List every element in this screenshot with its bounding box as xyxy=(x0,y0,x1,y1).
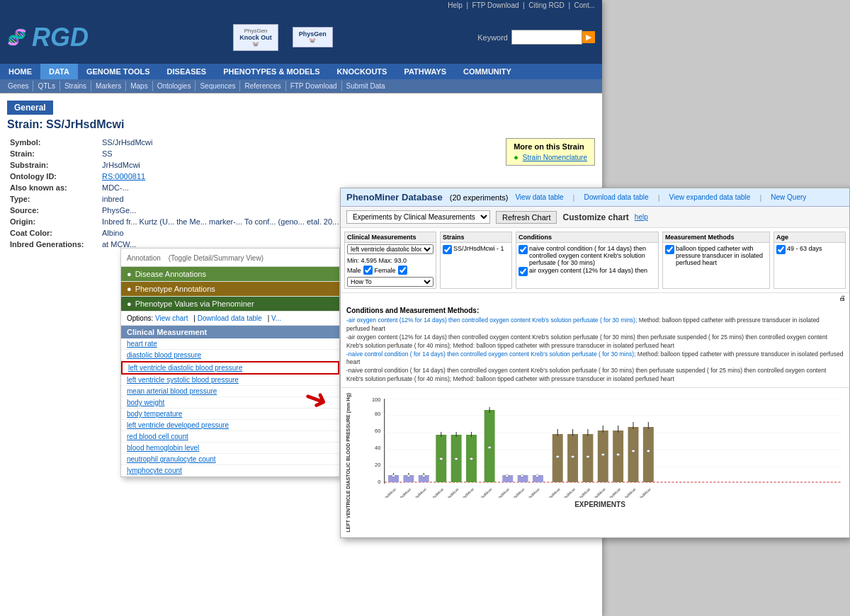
data-table-area: Clinical Measurements left ventricle dia… xyxy=(341,228,849,293)
condition-item-1: naive control condition ( for 14 days) t… xyxy=(518,245,656,266)
disease-annotations-option[interactable]: ● Disease Annotations xyxy=(121,267,339,282)
conditions-header: Conditions xyxy=(516,232,658,243)
general-badge: General xyxy=(7,101,53,115)
chart-svg-container: 0 20 40 60 80 100 xyxy=(354,392,846,534)
conditions-content: naive control condition ( for 14 days) t… xyxy=(516,243,658,278)
measurement-hemoglobin[interactable]: blood hemoglobin level xyxy=(121,443,339,454)
phenominer-header: PhenoMiner Database (20 experiments) Vie… xyxy=(341,188,849,207)
clinical-measurements-col: Clinical Measurements left ventricle dia… xyxy=(344,232,436,289)
view-data-table-link[interactable]: View data table xyxy=(515,193,563,201)
dna-icon: 🧬 xyxy=(7,28,26,47)
svg-text:60: 60 xyxy=(375,428,380,434)
strain-nomenclature-link[interactable]: Strain Nomenclature xyxy=(523,154,587,161)
download-data-table-link[interactable]: Download data table xyxy=(584,193,648,201)
nav-home[interactable]: HOME xyxy=(0,64,40,79)
chart-x-title: EXPERIMENTS xyxy=(354,501,846,508)
download-data-link[interactable]: Download data table xyxy=(198,314,262,322)
view-chart-link[interactable]: View chart xyxy=(155,314,188,322)
nav-pathways[interactable]: PATHWAYS xyxy=(395,64,455,79)
physgen-logo: PhysGen 🐭 xyxy=(293,27,333,47)
refresh-chart-button[interactable]: Refresh Chart xyxy=(496,211,557,224)
chart-wrapper: LEFT VENTRICLE DIASTOLIC BLOOD PRESSURE … xyxy=(344,392,846,534)
measurement-lv-systolic[interactable]: left ventricle systolic blood pressure xyxy=(121,375,339,386)
condition-text-1: naive control condition ( for 14 days) t… xyxy=(529,245,656,266)
nav-community[interactable]: COMMUNITY xyxy=(455,64,520,79)
male-checkbox[interactable] xyxy=(363,266,373,275)
pipe-3: | xyxy=(759,193,761,202)
plus-icon-2: ● xyxy=(127,285,132,293)
subnav-genes[interactable]: Genes xyxy=(4,81,33,91)
nav-phenotypes[interactable]: PHENOTYPES & MODELS xyxy=(215,64,328,79)
search-button[interactable]: ▶ xyxy=(582,31,595,43)
svg-text:SS/JrHsdMcwi: SS/JrHsdMcwi xyxy=(472,487,493,498)
clinical-measurement-header: Clinical Measurement xyxy=(121,326,339,338)
clinical-measurement-select[interactable]: left ventricle diastolic blood pressure xyxy=(347,244,434,254)
measurement-diastolic[interactable]: diastolic blood pressure xyxy=(121,350,339,361)
chart-svg: 0 20 40 60 80 100 xyxy=(354,392,846,498)
subnav-maps[interactable]: Maps xyxy=(126,81,152,91)
subnav-submit[interactable]: Submit Data xyxy=(342,81,390,91)
subnav-strains[interactable]: Strains xyxy=(60,81,91,91)
how-to-select[interactable]: How To xyxy=(347,277,434,287)
annotation-toggle[interactable]: (Toggle Detail/Summary View) xyxy=(169,254,264,262)
sub-nav: Genes QTLs Strains Markers Maps Ontologi… xyxy=(0,79,602,93)
printer-icon[interactable]: 🖨 xyxy=(839,295,846,302)
options-row: Options: View chart | Download data tabl… xyxy=(121,312,339,326)
clinical-measurements-content: left ventricle diastolic blood pressure … xyxy=(345,243,436,288)
svg-text:40: 40 xyxy=(375,445,380,451)
view-expanded-link[interactable]: View expanded data table xyxy=(669,193,750,201)
measurement-heart-rate[interactable]: heart rate xyxy=(121,338,339,350)
keyword-input[interactable] xyxy=(511,30,582,45)
strain-value: SS/JrHsdMcwi - 1 xyxy=(453,245,504,252)
nav-data[interactable]: DATA xyxy=(40,64,78,79)
help-link[interactable]: help xyxy=(635,213,648,221)
field-ontology-label: Ontology ID: xyxy=(7,171,99,182)
measurement-lymphocyte[interactable]: lymphocyte count xyxy=(121,465,339,477)
subnav-ontologies[interactable]: Ontologies xyxy=(153,81,196,91)
field-strain-label: Strain: xyxy=(7,148,99,159)
nav-genome-tools[interactable]: GENOME TOOLS xyxy=(78,64,159,79)
subnav-sequences[interactable]: Sequences xyxy=(196,81,240,91)
min-max-row: Min: 4.595 Max: 93.0 xyxy=(347,257,434,264)
subnav-ftp[interactable]: FTP Download xyxy=(286,81,342,91)
svg-text:SS/JrHsdMcwi: SS/JrHsdMcwi xyxy=(489,487,510,498)
field-coat-label: Coat Color: xyxy=(7,227,99,239)
condition-item-2: air oxygen content (12% for 14 days) the… xyxy=(518,267,656,276)
method-checkbox-1[interactable] xyxy=(665,245,674,254)
physgen-knockout-logo: PhysGen Knock Out 🐭 xyxy=(233,24,278,51)
experiments-dropdown[interactable]: Experiments by Clinical Measurements xyxy=(346,210,490,224)
method-text-1: balloon tipped catheter with pressure tr… xyxy=(676,245,767,266)
view-more-link[interactable]: V... xyxy=(271,314,281,322)
age-checkbox-1[interactable] xyxy=(776,245,786,254)
subnav-references[interactable]: References xyxy=(240,81,285,91)
options-label: Options: xyxy=(127,314,155,322)
measurement-lv-developed[interactable]: left ventricle developed pressure xyxy=(121,420,339,431)
nav-diseases[interactable]: DISEASES xyxy=(159,64,215,79)
printer-row: 🖨 xyxy=(341,293,849,303)
phenominer-title: PhenoMiner Database xyxy=(346,192,443,203)
annotation-panel: Annotation (Toggle Detail/Summary View) … xyxy=(120,248,340,477)
svg-text:80: 80 xyxy=(375,411,380,417)
age-content: 49 - 63 days xyxy=(774,243,845,256)
phenotype-annotations-option[interactable]: ● Phenotype Annotations xyxy=(121,282,339,297)
nav-knockouts[interactable]: KNOCKOUTS xyxy=(329,64,396,79)
condition-checkbox-2[interactable] xyxy=(518,267,528,276)
subnav-qtls[interactable]: QTLs xyxy=(33,81,60,91)
subnav-markers[interactable]: Markers xyxy=(91,81,126,91)
keyword-area: Keyword ▶ xyxy=(477,30,595,45)
svg-text:SS/JrHsdMcwi: SS/JrHsdMcwi xyxy=(376,487,397,498)
field-source-label: Source: xyxy=(7,205,99,216)
center-logos: PhysGen Knock Out 🐭 PhysGen 🐭 xyxy=(233,24,333,51)
ontology-link[interactable]: RS:0000811 xyxy=(102,172,145,181)
measurement-lv-diastolic[interactable]: left ventricle diastolic blood pressure xyxy=(121,361,339,375)
female-checkbox[interactable] xyxy=(398,266,407,275)
measurement-rbc[interactable]: red blood cell count xyxy=(121,431,339,443)
bar-15 xyxy=(613,430,623,482)
strain-checkbox[interactable] xyxy=(443,245,452,254)
gender-row: Male Female xyxy=(347,266,434,275)
measurement-neutrophil[interactable]: neutrophil granulocyte count xyxy=(121,454,339,465)
phenotype-values-option[interactable]: ● Phenotype Values via Phenominer xyxy=(121,297,339,312)
new-query-link[interactable]: New Query xyxy=(771,193,806,201)
condition-checkbox-1[interactable] xyxy=(518,245,528,254)
female-label: Female xyxy=(375,267,396,274)
